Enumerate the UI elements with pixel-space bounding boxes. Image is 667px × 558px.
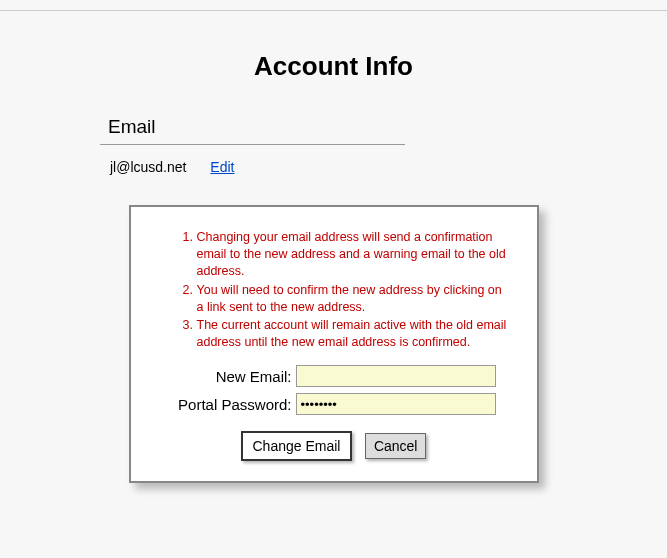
notice-item: You will need to confirm the new address… xyxy=(197,282,507,316)
edit-email-link[interactable]: Edit xyxy=(210,159,234,175)
page-container: Account Info Email jl@lcusd.net Edit Cha… xyxy=(0,11,667,503)
new-email-input[interactable] xyxy=(296,365,496,387)
change-email-button[interactable]: Change Email xyxy=(241,431,353,461)
password-label: Portal Password: xyxy=(161,396,296,413)
page-title: Account Info xyxy=(60,51,607,82)
new-email-row: New Email: xyxy=(161,365,507,387)
current-email: jl@lcusd.net xyxy=(110,159,186,175)
email-row: jl@lcusd.net Edit xyxy=(100,159,607,175)
email-section-heading: Email xyxy=(100,112,607,142)
password-input[interactable] xyxy=(296,393,496,415)
new-email-label: New Email: xyxy=(161,368,296,385)
section-divider xyxy=(100,144,405,145)
notice-list: Changing your email address will send a … xyxy=(161,229,507,351)
cancel-button[interactable]: Cancel xyxy=(365,433,427,459)
password-row: Portal Password: xyxy=(161,393,507,415)
button-row: Change Email Cancel xyxy=(161,431,507,461)
change-email-card: Changing your email address will send a … xyxy=(129,205,539,483)
notice-item: The current account will remain active w… xyxy=(197,317,507,351)
email-section: Email jl@lcusd.net Edit xyxy=(100,112,607,175)
notice-item: Changing your email address will send a … xyxy=(197,229,507,280)
